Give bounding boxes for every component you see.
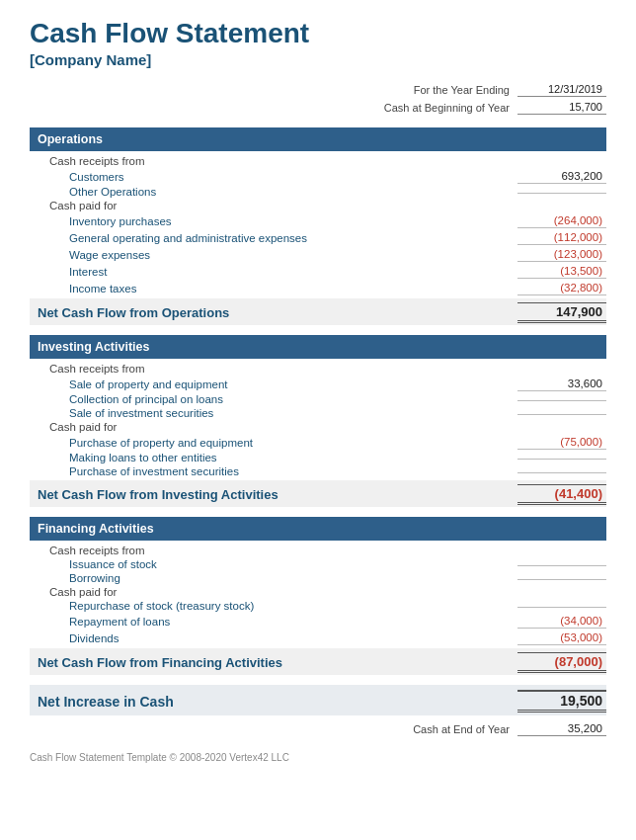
ops-inventory-value[interactable]: (264,000) (517, 213, 606, 228)
fin-issuance-value[interactable] (517, 563, 606, 566)
net-increase-label: Net Increase in Cash (30, 694, 517, 710)
cash-end-label: Cash at End of Year (413, 723, 510, 735)
fin-borrowing-value[interactable] (517, 577, 606, 580)
ops-interest-label: Interest (30, 266, 514, 278)
ops-general-label: General operating and administrative exp… (30, 232, 514, 244)
ops-taxes-value[interactable]: (32,800) (517, 281, 606, 295)
investing-section: Investing Activities Cash receipts from … (30, 335, 606, 507)
ops-net-value: 147,900 (517, 302, 606, 323)
inv-loans-label: Making loans to other entities (30, 452, 514, 463)
fin-repurchase-value[interactable] (517, 605, 606, 608)
inv-sale-sec-label: Sale of investment securities (30, 407, 514, 419)
fin-dividends-value[interactable]: (53,000) (517, 630, 606, 645)
fin-issuance-label: Issuance of stock (30, 558, 514, 570)
ops-wage-value[interactable]: (123,000) (517, 247, 606, 262)
ops-customers-value[interactable]: 693,200 (517, 169, 606, 184)
company-name: [Company Name] (30, 51, 606, 68)
inv-paid-label: Cash paid for (30, 421, 606, 433)
ops-customers-label: Customers (30, 171, 514, 183)
fin-dividends-label: Dividends (30, 632, 514, 644)
page-title: Cash Flow Statement (30, 18, 606, 49)
year-ending-value: 12/31/2019 (517, 82, 606, 97)
inv-net-row: Net Cash Flow from Investing Activities … (30, 480, 606, 507)
inv-purchase-prop-label: Purchase of property and equipment (30, 437, 514, 449)
net-increase-value: 19,500 (517, 690, 606, 713)
ops-wage-label: Wage expenses (30, 249, 514, 261)
ops-general-value[interactable]: (112,000) (517, 230, 606, 245)
fin-borrowing-label: Borrowing (30, 572, 514, 584)
cash-beginning-value: 15,700 (517, 100, 606, 115)
inv-sale-prop-value[interactable]: 33,600 (517, 377, 606, 391)
inv-collection-value[interactable] (517, 398, 606, 401)
ops-paid-label: Cash paid for (30, 200, 606, 211)
fin-repayment-value[interactable]: (34,000) (517, 614, 606, 629)
inv-purchase-sec-value[interactable] (517, 470, 606, 473)
inv-purchase-sec-label: Purchase of investment securities (30, 465, 514, 477)
operations-header: Operations (30, 127, 606, 151)
inv-receipts-label: Cash receipts from (30, 363, 606, 375)
fin-paid-label: Cash paid for (30, 586, 606, 598)
ops-receipts-label: Cash receipts from (30, 155, 606, 167)
fin-repurchase-label: Repurchase of stock (treasury stock) (30, 600, 514, 612)
ops-interest-value[interactable]: (13,500) (517, 264, 606, 279)
header-info: For the Year Ending 12/31/2019 Cash at B… (30, 82, 606, 118)
cash-beginning-label: Cash at Beginning of Year (352, 102, 510, 114)
inv-purchase-prop-value[interactable]: (75,000) (517, 435, 606, 450)
ops-net-row: Net Cash Flow from Operations 147,900 (30, 298, 606, 325)
inv-collection-label: Collection of principal on loans (30, 393, 514, 405)
ops-other-label: Other Operations (30, 186, 514, 198)
fin-net-row: Net Cash Flow from Financing Activities … (30, 648, 606, 675)
footer: Cash Flow Statement Template © 2008-2020… (30, 752, 606, 763)
ops-taxes-label: Income taxes (30, 283, 514, 294)
ops-net-label: Net Cash Flow from Operations (30, 305, 517, 320)
financing-header: Financing Activities (30, 517, 606, 541)
cash-end-row: Cash at End of Year 35,200 (30, 721, 606, 736)
financing-section: Financing Activities Cash receipts from … (30, 517, 606, 675)
ops-other-value[interactable] (517, 191, 606, 194)
investing-header: Investing Activities (30, 335, 606, 359)
fin-repayment-label: Repayment of loans (30, 616, 514, 628)
operations-section: Operations Cash receipts from Customers … (30, 127, 606, 325)
inv-net-value: (41,400) (517, 484, 606, 505)
net-increase-row: Net Increase in Cash 19,500 (30, 685, 606, 715)
year-ending-label: For the Year Ending (352, 84, 510, 96)
fin-net-label: Net Cash Flow from Financing Activities (30, 655, 517, 670)
inv-net-label: Net Cash Flow from Investing Activities (30, 487, 517, 502)
fin-net-value: (87,000) (517, 652, 606, 673)
inv-sale-sec-value[interactable] (517, 412, 606, 415)
ops-inventory-label: Inventory purchases (30, 215, 514, 227)
cash-end-value: 35,200 (517, 721, 606, 736)
inv-sale-prop-label: Sale of property and equipment (30, 378, 514, 390)
fin-receipts-label: Cash receipts from (30, 545, 606, 556)
inv-loans-value[interactable] (517, 457, 606, 460)
